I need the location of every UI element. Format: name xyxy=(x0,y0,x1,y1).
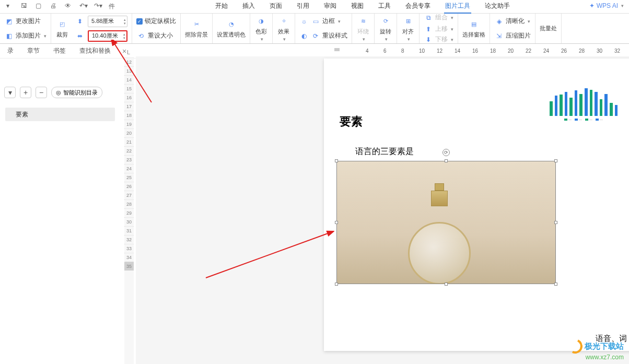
ruler-tick: 33 xyxy=(124,244,134,253)
ruler-tick: 24 xyxy=(543,48,549,54)
ai-label: WPS AI xyxy=(597,2,618,9)
target-icon: ◎ xyxy=(56,89,61,96)
reset-size-button[interactable]: ⟲重设大小 xyxy=(136,30,176,42)
preview-icon[interactable]: 👁 xyxy=(65,2,72,9)
width-input[interactable]: 10.40厘米▴▾ xyxy=(88,30,127,42)
ruler-tick: 18 xyxy=(490,48,496,54)
ruler-corner: L xyxy=(124,49,133,55)
tab-insert[interactable]: 插入 xyxy=(241,0,256,14)
align-button[interactable]: ⊞对齐▾ xyxy=(401,15,415,42)
document-page: 要素 语言的三要素是 — — — — ⟳ xyxy=(324,58,629,351)
tab-member[interactable]: 会员专享 xyxy=(404,0,432,14)
resize-handle-e[interactable] xyxy=(554,221,557,224)
tab-picture-tools[interactable]: 图片工具 xyxy=(444,0,471,14)
rotate-icon: ⟳ xyxy=(379,15,392,27)
new-icon[interactable]: ▢ xyxy=(36,2,43,9)
change-picture-icon: ◩ xyxy=(4,17,14,26)
resize-handle-w[interactable] xyxy=(335,221,338,224)
tab-reference[interactable]: 引用 xyxy=(296,0,310,14)
ruler-tick: 6 xyxy=(383,48,387,54)
change-picture-button[interactable]: ◩更改图片 xyxy=(4,15,46,28)
clarity-button[interactable]: ◈清晰化▾ xyxy=(494,15,531,28)
print-icon[interactable]: 🖨 xyxy=(50,2,57,9)
down-icon: ⬇ xyxy=(424,35,433,44)
redo-icon[interactable]: ↷▾ xyxy=(94,2,101,9)
ruler-tick: 18 xyxy=(124,111,134,120)
batch-button[interactable]: 批量处 xyxy=(540,25,557,32)
page-title: 要素 xyxy=(340,114,363,130)
quick-access-toolbar: ▾ 🖫 ▢ 🖨 👁 ↶▾ ↷▾ 件 xyxy=(1,2,120,11)
tab-view[interactable]: 视图 xyxy=(350,0,365,14)
ruler-tick: 17 xyxy=(124,102,134,111)
nav-chapter[interactable]: 章节 xyxy=(25,45,42,56)
resize-handle-s[interactable] xyxy=(445,283,448,286)
watermark-logo-icon xyxy=(566,337,585,356)
tab-start[interactable]: 开始 xyxy=(214,0,229,14)
tab-review[interactable]: 审阅 xyxy=(323,0,337,14)
tab-file[interactable]: 件 xyxy=(109,2,115,11)
chart-bars xyxy=(550,79,618,116)
resize-handle-n[interactable] xyxy=(445,159,448,162)
ruler-vertical[interactable]: 1213141516171819202122232425262728293031… xyxy=(124,57,134,364)
ruler-tick: 25 xyxy=(124,173,134,182)
lock-aspect-checkbox[interactable]: ✓锁定纵横比 xyxy=(136,15,176,28)
wrap-button: ≋环绕▾ xyxy=(356,15,370,42)
border-button[interactable]: ☼▭边框▾ xyxy=(299,15,347,28)
save-icon[interactable]: 🖫 xyxy=(21,2,28,9)
rotate-handle[interactable]: ⟳ xyxy=(442,149,450,156)
nav-find-replace[interactable]: 查找和替换 xyxy=(77,45,113,56)
tab-thesis[interactable]: 论文助手 xyxy=(484,0,511,14)
rotate-button[interactable]: ⟳旋转▾ xyxy=(379,15,392,42)
collapse-button[interactable]: ▾ xyxy=(4,87,16,98)
crop-button[interactable]: ◰裁剪 xyxy=(55,18,69,39)
tab-bar: ▾ 🖫 ▢ 🖨 👁 ↶▾ ↷▾ 件 开始 插入 页面 引用 审阅 视图 工具 会… xyxy=(0,0,629,14)
ruler-horizontal[interactable]: 468101214161820222426283032 xyxy=(324,47,629,56)
shrink-button[interactable]: − xyxy=(36,87,47,98)
resize-handle-se[interactable] xyxy=(554,283,557,286)
expand-button[interactable]: + xyxy=(20,87,31,98)
tab-tools[interactable]: 工具 xyxy=(377,0,392,14)
tab-page[interactable]: 页面 xyxy=(269,0,283,14)
add-picture-button[interactable]: ◧添加图片▾ xyxy=(4,30,46,42)
reset-style-icon: ⟳ xyxy=(311,31,320,41)
wps-ai-button[interactable]: ✦ WPS AI ▾ xyxy=(589,2,624,9)
ruler-tick: 20 xyxy=(124,128,134,137)
resize-handle-nw[interactable] xyxy=(335,159,338,162)
chevron-down-icon: ▾ xyxy=(621,3,624,8)
effect-button[interactable]: ✧效果▾ xyxy=(277,15,290,42)
document-canvas[interactable]: 要素 语言的三要素是 — — — — ⟳ xyxy=(136,56,629,364)
compress-button[interactable]: ⇲压缩图片 xyxy=(494,30,531,42)
brightness-icon: ☼ xyxy=(299,17,309,26)
ruler-tick: 4 xyxy=(366,48,369,54)
selection-pane-button[interactable]: ▤选择窗格 xyxy=(462,18,485,39)
transparent-color-button[interactable]: ◔设置透明色 xyxy=(217,18,246,39)
height-input[interactable]: 5.88厘米▴▾ xyxy=(88,16,127,27)
ai-icon: ✦ xyxy=(589,2,595,9)
resize-handle-ne[interactable] xyxy=(554,159,557,162)
outline-panel: ▾ + − ◎智能识别目录 要素 xyxy=(0,60,120,352)
selected-image[interactable]: ⟳ xyxy=(336,161,556,284)
remove-bg-button[interactable]: ✂抠除背景 xyxy=(185,18,208,39)
undo-icon[interactable]: ↶▾ xyxy=(79,2,87,9)
watermark-url: www.xz7.com xyxy=(568,354,624,361)
outline-item[interactable]: 要素 xyxy=(5,108,115,121)
ruler-tick: 21 xyxy=(124,137,134,146)
ruler-tick: 34 xyxy=(124,253,134,262)
color-button[interactable]: ◑色彩▾ xyxy=(254,15,268,42)
group-button: ⧉组合▾ xyxy=(424,13,453,22)
selection-pane-icon: ▤ xyxy=(467,18,481,30)
ruler-tick: 26 xyxy=(124,182,134,191)
image-content xyxy=(337,161,555,284)
watermark: 极光下载站 www.xz7.com xyxy=(568,339,624,361)
ruler-tick: 35 xyxy=(124,262,134,271)
embedded-chart[interactable]: — — — — xyxy=(550,79,618,131)
smart-outline-button[interactable]: ◎智能识别目录 xyxy=(51,87,102,98)
reset-style-button[interactable]: ◐⟳重设样式 xyxy=(299,30,347,42)
menu-icon[interactable]: ▾ xyxy=(6,2,14,9)
ruler-indent-marker[interactable] xyxy=(334,48,340,51)
nav-bookmark[interactable]: 书签 xyxy=(51,45,68,56)
ruler-tick: 32 xyxy=(614,48,620,54)
ruler-tick: 14 xyxy=(124,75,134,84)
nav-outline[interactable]: 录 xyxy=(5,45,16,56)
resize-handle-sw[interactable] xyxy=(335,283,338,286)
